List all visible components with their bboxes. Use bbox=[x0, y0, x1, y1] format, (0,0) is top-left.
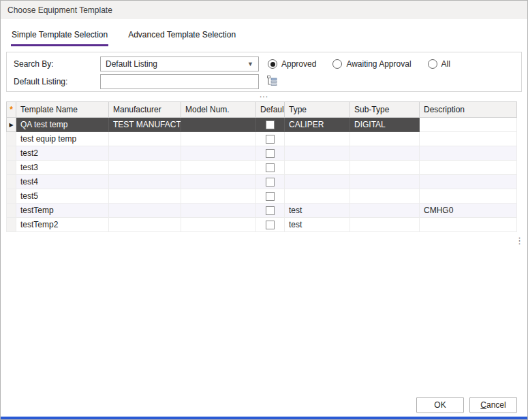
cell-type[interactable] bbox=[285, 146, 350, 161]
cell-sub-type[interactable] bbox=[350, 132, 420, 146]
default-checkbox[interactable] bbox=[266, 135, 275, 144]
radio-approved[interactable]: Approved bbox=[268, 59, 316, 69]
cell-manufacturer[interactable] bbox=[109, 204, 181, 218]
cell-type[interactable]: test bbox=[285, 204, 350, 218]
default-checkbox[interactable] bbox=[266, 178, 275, 187]
row-indicator[interactable] bbox=[7, 161, 16, 175]
cell-template-name[interactable]: test equip temp bbox=[16, 132, 109, 146]
cell-manufacturer[interactable] bbox=[109, 189, 181, 204]
ok-button[interactable]: OK bbox=[416, 397, 464, 413]
cell-default[interactable] bbox=[256, 161, 285, 175]
row-indicator[interactable] bbox=[7, 132, 16, 146]
cell-sub-type[interactable] bbox=[350, 175, 420, 189]
cell-description[interactable] bbox=[420, 161, 517, 175]
cell-sub-type[interactable] bbox=[350, 161, 420, 175]
table-row[interactable]: test3 bbox=[7, 161, 517, 175]
column-header-default[interactable]: Defaul bbox=[256, 102, 285, 118]
default-checkbox[interactable] bbox=[266, 163, 275, 172]
default-checkbox[interactable] bbox=[266, 221, 275, 229]
column-header-description[interactable]: Description bbox=[420, 102, 517, 118]
cell-type[interactable] bbox=[285, 132, 350, 146]
table-row[interactable]: test equip temp bbox=[7, 132, 517, 146]
column-header-sub-type[interactable]: Sub-Type bbox=[350, 102, 420, 118]
default-checkbox[interactable] bbox=[266, 120, 275, 129]
cell-type[interactable] bbox=[285, 175, 350, 189]
cell-default[interactable] bbox=[256, 175, 285, 189]
radio-label: Awaiting Approval bbox=[346, 59, 411, 69]
cell-sub-type[interactable]: DIGITAL bbox=[350, 118, 420, 132]
cell-type[interactable]: CALIPER bbox=[285, 118, 350, 132]
cell-description[interactable] bbox=[420, 218, 517, 232]
cell-type[interactable] bbox=[285, 161, 350, 175]
cell-model-num[interactable] bbox=[181, 118, 256, 132]
cell-manufacturer[interactable] bbox=[109, 146, 181, 161]
radio-all[interactable]: All bbox=[428, 59, 450, 69]
panel-splitter-handle[interactable]: ... bbox=[1, 92, 527, 101]
cell-default[interactable] bbox=[256, 218, 285, 232]
default-listing-input[interactable] bbox=[100, 74, 259, 89]
cell-sub-type[interactable] bbox=[350, 146, 420, 161]
table-row[interactable]: testTemptestCMHG0 bbox=[7, 204, 517, 218]
cell-description[interactable] bbox=[420, 146, 517, 161]
tab-advanced-template-selection[interactable]: Advanced Template Selection bbox=[127, 27, 236, 46]
row-indicator[interactable] bbox=[7, 175, 16, 189]
cell-description[interactable] bbox=[420, 189, 517, 204]
cell-template-name[interactable]: testTemp2 bbox=[16, 218, 109, 232]
tab-simple-template-selection[interactable]: Simple Template Selection bbox=[11, 27, 108, 46]
cell-manufacturer[interactable] bbox=[109, 161, 181, 175]
cell-template-name[interactable]: test5 bbox=[16, 189, 109, 204]
cell-model-num[interactable] bbox=[181, 218, 256, 232]
column-header-type[interactable]: Type bbox=[285, 102, 350, 118]
cell-manufacturer[interactable] bbox=[109, 175, 181, 189]
cell-manufacturer[interactable] bbox=[109, 218, 181, 232]
grid-scroll-dots-icon[interactable]: ⋮ bbox=[515, 238, 524, 243]
cell-model-num[interactable] bbox=[181, 161, 256, 175]
cell-manufacturer[interactable]: TEST MANUFACTUR bbox=[109, 118, 181, 132]
table-row[interactable]: ▶QA test tempTEST MANUFACTURCALIPERDIGIT… bbox=[7, 118, 517, 132]
default-checkbox[interactable] bbox=[266, 149, 275, 158]
cell-template-name[interactable]: QA test temp bbox=[16, 118, 109, 132]
column-header-template-name[interactable]: Template Name bbox=[16, 102, 109, 118]
cell-default[interactable] bbox=[256, 146, 285, 161]
cell-description[interactable] bbox=[420, 132, 517, 146]
cell-manufacturer[interactable] bbox=[109, 132, 181, 146]
default-checkbox[interactable] bbox=[266, 206, 275, 215]
cell-model-num[interactable] bbox=[181, 132, 256, 146]
table-row[interactable]: test5 bbox=[7, 189, 517, 204]
cell-template-name[interactable]: test4 bbox=[16, 175, 109, 189]
cell-template-name[interactable]: test2 bbox=[16, 146, 109, 161]
cell-model-num[interactable] bbox=[181, 146, 256, 161]
cell-default[interactable] bbox=[256, 132, 285, 146]
cell-description[interactable] bbox=[420, 118, 517, 132]
cell-sub-type[interactable] bbox=[350, 189, 420, 204]
cell-model-num[interactable] bbox=[181, 204, 256, 218]
table-row[interactable]: test2 bbox=[7, 146, 517, 161]
radio-awaiting-approval[interactable]: Awaiting Approval bbox=[332, 59, 411, 69]
row-indicator[interactable] bbox=[7, 218, 16, 232]
row-indicator[interactable] bbox=[7, 204, 16, 218]
table-row[interactable]: testTemp2test bbox=[7, 218, 517, 232]
column-header-model-num[interactable]: Model Num. bbox=[181, 102, 256, 118]
cell-model-num[interactable] bbox=[181, 175, 256, 189]
cell-model-num[interactable] bbox=[181, 189, 256, 204]
cell-sub-type[interactable] bbox=[350, 218, 420, 232]
cancel-button[interactable]: Cancel bbox=[469, 397, 517, 413]
column-header-manufacturer[interactable]: Manufacturer bbox=[109, 102, 181, 118]
table-row[interactable]: test4 bbox=[7, 175, 517, 189]
cell-default[interactable] bbox=[256, 189, 285, 204]
cell-description[interactable] bbox=[420, 175, 517, 189]
row-indicator[interactable]: ▶ bbox=[7, 118, 16, 132]
cell-sub-type[interactable] bbox=[350, 204, 420, 218]
cell-type[interactable]: test bbox=[285, 218, 350, 232]
row-indicator[interactable] bbox=[7, 146, 16, 161]
search-by-dropdown[interactable]: Default Listing ▼ bbox=[100, 56, 259, 71]
cell-template-name[interactable]: testTemp bbox=[16, 204, 109, 218]
cell-template-name[interactable]: test3 bbox=[16, 161, 109, 175]
cell-description[interactable]: CMHG0 bbox=[420, 204, 517, 218]
cell-type[interactable] bbox=[285, 189, 350, 204]
row-indicator[interactable] bbox=[7, 189, 16, 204]
cell-default[interactable] bbox=[256, 204, 285, 218]
cell-default[interactable] bbox=[256, 118, 285, 132]
default-checkbox[interactable] bbox=[266, 192, 275, 201]
listing-picker-icon[interactable] bbox=[266, 75, 278, 87]
